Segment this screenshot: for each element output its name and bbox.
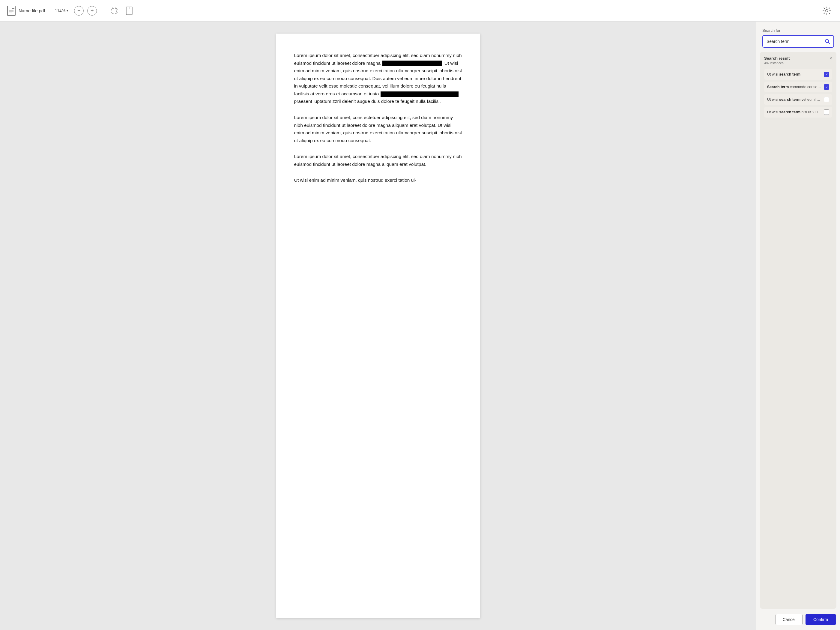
redacted-block-1 — [382, 61, 442, 66]
gear-icon — [822, 6, 832, 16]
result-item[interactable]: Ut wisi search term vel euml o… — [764, 94, 832, 105]
pdf-page: Lorem ipsum dolor sit amet, consectetuer… — [276, 33, 480, 618]
pdf-paragraph-4: Ut wisi enim ad minim veniam, quis nostr… — [294, 176, 462, 184]
zoom-in-button[interactable]: + — [87, 6, 97, 16]
pdf-paragraph-3: Lorem ipsum dolor sit amet, consectetuer… — [294, 153, 462, 168]
result-checkbox-3[interactable] — [824, 97, 829, 102]
result-item[interactable]: Ut wisi search term — [764, 69, 832, 80]
result-checkbox-2[interactable] — [824, 84, 829, 90]
settings-button[interactable] — [821, 5, 833, 17]
result-item-text: Ut wisi search term vel euml o… — [767, 98, 821, 102]
result-header: Search result 4/4 instances × — [764, 56, 832, 65]
view-buttons — [109, 5, 135, 16]
search-result-panel: Search result 4/4 instances × Ut wisi se… — [760, 52, 837, 609]
pdf-viewer[interactable]: Lorem ipsum dolor sit amet, consectetuer… — [0, 22, 756, 630]
search-input-wrap — [762, 35, 834, 48]
zoom-control[interactable]: 114% ▾ — [55, 8, 68, 13]
result-item-text: Search term commodo conseq… — [767, 85, 821, 89]
zoom-dropdown-arrow: ▾ — [66, 9, 68, 12]
action-bar: Cancel Confirm — [756, 609, 840, 630]
svg-rect-13 — [126, 7, 132, 15]
page-icon — [125, 6, 133, 15]
toolbar: Name file.pdf 114% ▾ − + — [0, 0, 840, 22]
result-list: Ut wisi search term Search term commodo … — [764, 69, 832, 606]
main-area: Lorem ipsum dolor sit amet, consectetuer… — [0, 22, 840, 630]
redacted-block-2 — [381, 92, 458, 97]
svg-rect-4 — [112, 8, 117, 13]
cancel-button[interactable]: Cancel — [775, 614, 802, 625]
result-checkbox-1[interactable] — [824, 72, 829, 77]
search-for-label: Search for — [762, 28, 834, 33]
confirm-button[interactable]: Confirm — [805, 614, 836, 625]
svg-rect-0 — [8, 6, 15, 16]
page-view-button[interactable] — [124, 5, 135, 16]
result-item[interactable]: Ut wisi search term nisl ut 2.0 — [764, 107, 832, 118]
result-item-text: Ut wisi search term nisl ut 2.0 — [767, 110, 821, 114]
result-title-block: Search result 4/4 instances — [764, 56, 790, 65]
file-info: Name file.pdf — [7, 6, 45, 16]
search-icon — [825, 39, 830, 44]
search-header: Search for — [756, 22, 840, 52]
result-title: Search result — [764, 56, 790, 61]
right-panel: Search for Search result 4/4 instances × — [756, 22, 840, 630]
zoom-buttons: − + — [74, 6, 97, 16]
result-item-text: Ut wisi search term — [767, 72, 821, 76]
result-item[interactable]: Search term commodo conseq… — [764, 82, 832, 92]
result-checkbox-4[interactable] — [824, 109, 829, 115]
close-result-button[interactable]: × — [829, 56, 832, 61]
svg-point-14 — [826, 9, 828, 12]
svg-line-16 — [828, 42, 830, 44]
crop-icon — [110, 6, 119, 15]
result-count: 4/4 instances — [764, 61, 790, 65]
pdf-paragraph-2: Lorem ipsum dolor sit amet, cons ectetue… — [294, 114, 462, 144]
pdf-paragraph-1: Lorem ipsum dolor sit amet, consectetuer… — [294, 52, 462, 105]
search-button[interactable] — [823, 37, 832, 46]
zoom-value: 114% — [55, 8, 65, 13]
file-icon — [7, 6, 16, 16]
file-name: Name file.pdf — [19, 8, 45, 13]
zoom-out-button[interactable]: − — [74, 6, 84, 16]
crop-view-button[interactable] — [109, 5, 120, 16]
